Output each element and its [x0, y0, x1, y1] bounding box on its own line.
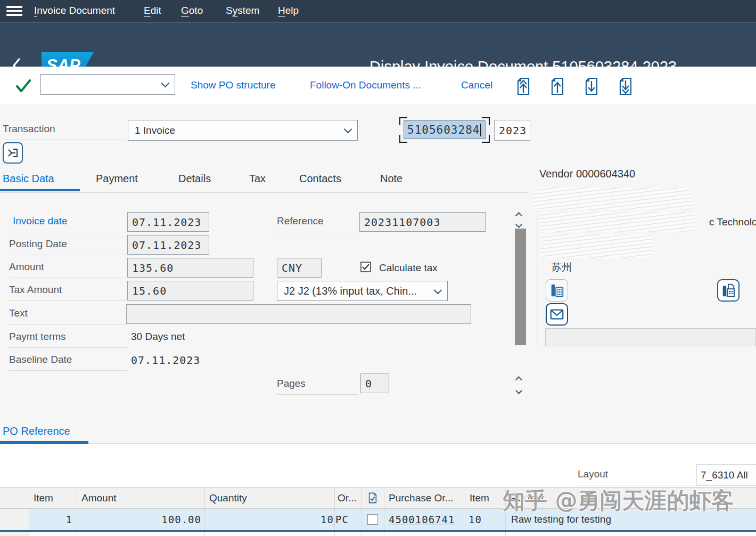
tab-tax[interactable]: Tax — [249, 173, 266, 185]
row-item-cell[interactable]: 1 — [29, 509, 77, 530]
vendor-extra-field[interactable] — [545, 328, 756, 346]
tab-payment[interactable]: Payment — [96, 173, 138, 185]
fax-button[interactable] — [717, 279, 739, 302]
tax-code-select[interactable]: J2 J2 (13% input tax, Chin... — [277, 281, 448, 301]
tab-basic-data[interactable]: Basic Data — [3, 173, 54, 185]
transaction-label: Transaction — [3, 123, 126, 140]
row-quantity-cell[interactable]: 10 — [205, 509, 335, 530]
tax-amount-label: Tax Amount — [9, 284, 127, 301]
redacted-vendor-text — [541, 234, 653, 258]
scroll-first-page-icon[interactable] — [515, 77, 531, 95]
redacted-vendor-text — [532, 188, 692, 210]
phone-button[interactable] — [546, 279, 568, 302]
pages-label: Pages — [277, 378, 358, 395]
tab-details[interactable]: Details — [178, 173, 211, 185]
vendor-panel-border — [537, 186, 537, 346]
menu-edit[interactable]: Edit — [144, 5, 161, 17]
sap-gui-window: Invoice Document Edit Goto System Help S… — [0, 0, 756, 536]
tab-contacts[interactable]: Contacts — [299, 173, 341, 185]
row-unit-cell[interactable]: PC — [335, 509, 361, 530]
collapse-header-button[interactable] — [3, 142, 23, 164]
next-row-stub — [384, 532, 465, 536]
row-checkbox[interactable] — [367, 514, 378, 525]
posting-date-label: Posting Date — [9, 238, 127, 255]
amount-label: Amount — [9, 261, 127, 278]
paymt-terms-value: 30 Days net — [131, 331, 185, 343]
baseline-date-value: 07.11.2023 — [131, 354, 200, 367]
menu-goto[interactable]: Goto — [181, 5, 203, 17]
text-field[interactable] — [126, 304, 471, 324]
page-check-icon — [367, 492, 378, 504]
pages-field[interactable]: 0 — [360, 373, 389, 393]
po-reference-tab[interactable]: PO Reference — [3, 425, 70, 437]
purchase-order-link[interactable]: 4500106741 — [389, 514, 455, 525]
table-header-selection-icon-col[interactable] — [361, 488, 384, 509]
menu-invoice-document[interactable]: Invoice Document — [34, 5, 115, 17]
table-header-selector — [0, 488, 29, 509]
table-header-quantity[interactable]: Quantity — [205, 488, 335, 509]
follow-on-documents-button[interactable]: Follow-On Documents ... — [310, 79, 421, 91]
row-checkbox-cell[interactable] — [361, 509, 384, 530]
scroll-down-arrow[interactable] — [516, 386, 525, 394]
scroll-page-down-icon[interactable] — [584, 77, 599, 95]
table-header-amount[interactable]: Amount — [77, 488, 205, 509]
menu-system[interactable]: System — [226, 5, 259, 17]
reference-field[interactable]: 20231107003 — [359, 212, 486, 232]
enter-check-icon[interactable] — [15, 78, 32, 93]
row-po-item-cell[interactable]: 10 — [465, 509, 506, 530]
show-po-structure-button[interactable]: Show PO structure — [191, 79, 275, 91]
table-header-item[interactable]: Item — [29, 488, 77, 509]
scroll-up-arrow[interactable] — [516, 210, 525, 219]
tab-note[interactable]: Note — [380, 173, 402, 185]
fiscal-year-field[interactable]: 2023 — [494, 120, 530, 141]
table-header-po-item[interactable]: Item — [465, 488, 506, 509]
scroll-page-up-icon[interactable] — [549, 77, 565, 95]
text-cursor — [480, 124, 481, 136]
scroll-last-page-icon[interactable] — [618, 77, 634, 95]
vendor-city: 苏州 — [552, 261, 572, 274]
invoice-date-label[interactable]: Invoice date — [13, 215, 127, 232]
row-selector-cell[interactable] — [0, 509, 29, 530]
transaction-select[interactable]: 1 Invoice — [128, 120, 358, 141]
phone-icon — [549, 282, 565, 298]
chevron-down-icon — [161, 79, 170, 88]
posting-date-field[interactable]: 07.11.2023 — [127, 235, 209, 255]
text-label: Text — [9, 307, 127, 324]
next-row-stub — [77, 532, 205, 536]
vendor-heading: Vendor 0000604340 — [539, 168, 635, 180]
scrollbar-thumb[interactable] — [515, 229, 526, 345]
po-reference-underline — [0, 441, 88, 444]
chevron-down-icon — [434, 286, 442, 294]
row-amount-cell[interactable]: 100.00 — [77, 509, 205, 530]
hamburger-menu-icon[interactable] — [6, 6, 22, 17]
row-purchase-order-cell[interactable]: 4500106741 — [384, 509, 465, 530]
scroll-down-arrow[interactable] — [516, 220, 525, 228]
collapse-header-icon — [6, 147, 19, 159]
baseline-date-label: Baseline Date — [9, 354, 127, 371]
command-combobox[interactable] — [40, 74, 175, 95]
menu-help[interactable]: Help — [278, 5, 299, 17]
layout-field[interactable]: 7_6310 All — [696, 465, 756, 485]
next-row-stub — [205, 532, 335, 536]
reference-label: Reference — [277, 215, 358, 232]
table-header-purchase-order[interactable]: Purchase Or... — [384, 488, 465, 509]
active-tab-underline — [0, 189, 80, 191]
amount-field[interactable]: 135.60 — [127, 258, 253, 278]
currency-field[interactable]: CNY — [277, 258, 322, 278]
calculate-tax-checkbox[interactable] — [360, 262, 371, 272]
layout-label: Layout — [578, 468, 694, 485]
calculate-tax-label: Calculate tax — [379, 262, 438, 274]
table-header-order-unit[interactable]: Or... — [335, 488, 361, 509]
document-number-focus-frame: 5105603284 — [399, 117, 490, 143]
menu-bar: Invoice Document Edit Goto System Help — [0, 0, 756, 22]
email-button[interactable] — [546, 303, 568, 326]
next-row-stub — [506, 532, 756, 536]
next-row-stub — [0, 532, 29, 536]
document-number-field[interactable]: 5105603284 — [404, 120, 486, 139]
invoice-date-field[interactable]: 07.11.2023 — [127, 212, 209, 232]
next-row-stub — [465, 532, 506, 536]
tax-amount-field[interactable]: 15.60 — [127, 281, 253, 301]
paymt-terms-label: Paymt terms — [9, 331, 127, 348]
cancel-button[interactable]: Cancel — [461, 79, 492, 91]
scroll-up-arrow[interactable] — [516, 375, 525, 383]
